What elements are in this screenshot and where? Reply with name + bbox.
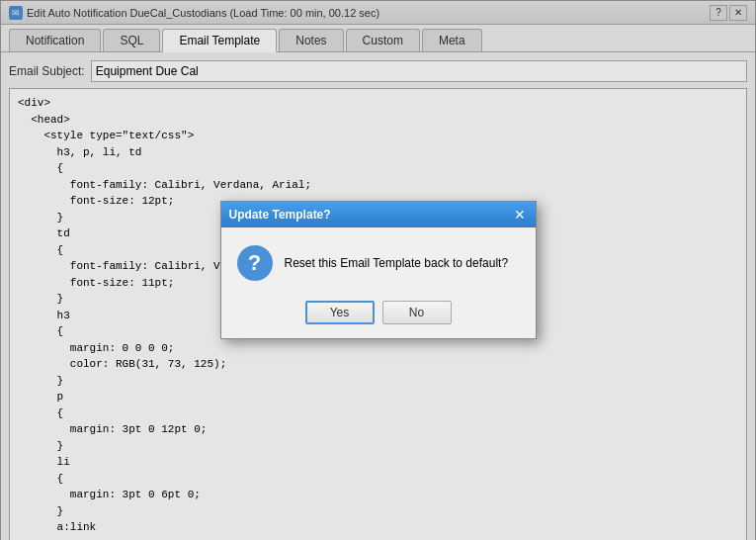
dialog-overlay: Update Template? ✕ ? Reset this Email Te… xyxy=(0,0,756,540)
window-wrapper: ✉ Edit Auto Notification DueCal_Custodia… xyxy=(0,0,756,540)
dialog-body: ? Reset this Email Template back to defa… xyxy=(221,227,536,293)
update-template-dialog: Update Template? ✕ ? Reset this Email Te… xyxy=(220,201,537,339)
dialog-buttons: Yes No xyxy=(221,293,536,338)
dialog-title: Update Template? xyxy=(229,208,331,222)
dialog-title-bar: Update Template? ✕ xyxy=(221,202,536,227)
dialog-message: Reset this Email Template back to defaul… xyxy=(285,255,509,272)
dialog-question-icon: ? xyxy=(237,245,273,281)
dialog-close-button[interactable]: ✕ xyxy=(512,208,528,222)
dialog-no-button[interactable]: No xyxy=(382,301,452,324)
dialog-yes-button[interactable]: Yes xyxy=(305,301,375,324)
